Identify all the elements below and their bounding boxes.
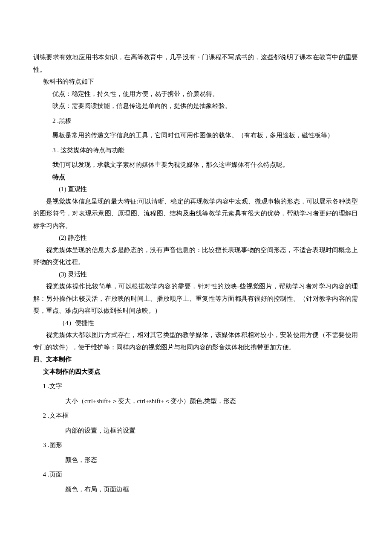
paragraph: 教科书的特点如下 [33,76,358,88]
paragraph: 是视觉媒体信息呈现的最大特征:可以清晰、稳定的再现教学内容中宏观、微观事物的形态… [33,195,358,232]
item-text: .黑板 [57,117,72,124]
item-number: 3 [52,147,56,154]
paragraph: 视觉媒体大都以图片方式存在，相对其它类型的教学媒体，该媒体体积相对较小，安装使用… [33,329,358,353]
item-text: .文字 [48,383,62,389]
paragraph: 优点：稳定性，持久性，使用方便，易于携带，价廉易得。 [33,88,358,100]
list-item: 4 .页面 [33,468,358,481]
paragraph: 我们可以发现，承载文字素材的媒体主要为视觉媒体，那么这些媒体有什么特点呢。 [33,159,358,171]
subheading: (1) 直观性 [33,183,358,195]
item-number: 4 [43,471,46,478]
paragraph: 视觉媒体操作比较简单，可以根据教学内容的需要，针对性的放映-些视觉图片，帮助学习… [33,280,358,317]
item-text: . 这类媒体的特点与功能 [57,147,124,154]
item-number: 1 [43,383,46,389]
heading-characteristics: 特点 [33,171,358,183]
numbered-heading: 2 .黑板 [33,115,358,127]
paragraph: 黑板是常用的传递文字信息的工具，它同时也可用作图像的载体。（有布板，多用途板，磁… [33,129,358,142]
subheading: (3) 灵活性 [33,268,358,281]
list-item: 1 .文字 [33,380,358,392]
document-page: 训练要求有效地应用书本知识，在高等教育中，几乎没有・门课程不写成书的，这些都说明… [0,0,392,555]
list-detail: 大小（ctrl+shift+＞变大，ctrl+shift+＜变小）颜色,类型，形… [33,395,358,407]
heading-four-points: 文本制作的四大要点 [33,366,358,378]
list-detail: 颜色，形态 [33,454,358,466]
list-item: 3 .图形 [33,439,358,451]
paragraph: 映点：需要阅读技能，信息传递是单向的，提供的是抽象经验。 [33,100,358,112]
item-number: 2 [43,412,46,419]
heading-section-4: 四、文本制作 [33,353,358,366]
list-detail: 内部的设置，边框的设置 [33,424,358,437]
subheading: (2) 静态性 [33,232,358,244]
numbered-heading: 3 . 这类媒体的特点与功能 [33,144,358,157]
list-item: 2 .文本框 [33,410,358,422]
item-text: .文本框 [48,412,69,419]
item-text: .图形 [48,442,62,448]
list-detail: 颜色，布局，页面边框 [33,483,358,496]
item-number: 3 [43,442,46,448]
paragraph: 训练要求有效地应用书本知识，在高等教育中，几乎没有・门课程不写成书的，这些都说明… [33,51,358,76]
paragraph: 视觉媒体呈现的信息大多是静态的，没有声音信息的：比较擅长表现事物的空间形态，不适… [33,244,358,268]
item-text: .页面 [48,471,62,478]
subheading: （4）便捷性 [33,317,358,329]
item-number: 2 [52,117,56,124]
